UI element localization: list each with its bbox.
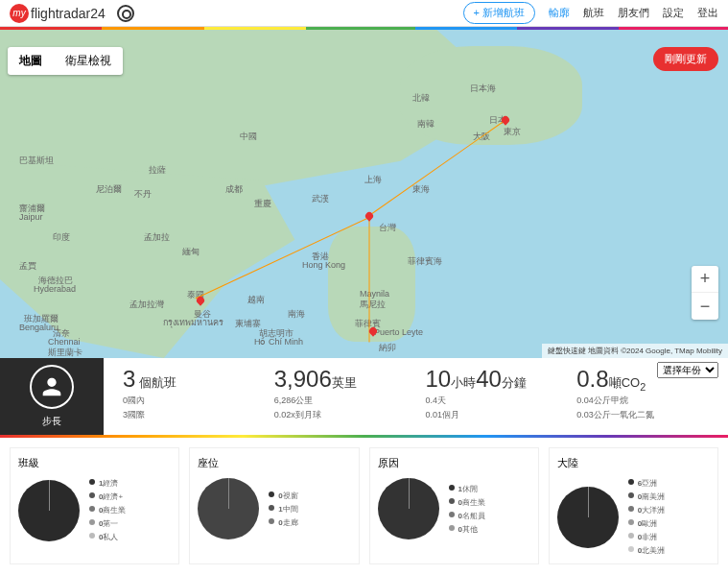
- legend-item: 0視窗: [269, 491, 297, 501]
- donut-title: 大陸: [557, 456, 710, 470]
- nav-friends[interactable]: 朋友們: [618, 6, 649, 20]
- legend-item: 1經濟: [89, 478, 126, 489]
- legend-item: 0歐洲: [628, 518, 665, 529]
- map-label: กรุงเทพมหานคร: [163, 316, 223, 329]
- legend-item: 0商生業: [89, 505, 126, 515]
- stats-content: 選擇年份 3 個航班 0國內 3國際 3,906英里 6,286公里 0.02x…: [104, 358, 728, 435]
- stat-flights: 3 個航班 0國內 3國際: [113, 366, 265, 427]
- donut-legend: 0視窗1中間0走廊: [269, 491, 297, 528]
- map-label: Hyderabad: [34, 284, 76, 294]
- donut-card: 座位 0視窗1中間0走廊: [189, 447, 359, 564]
- donut-chart: [18, 480, 80, 541]
- nav-logout[interactable]: 登出: [697, 6, 718, 20]
- user-icon: [38, 373, 65, 400]
- route-line: [369, 218, 370, 343]
- donut-legend: 1經濟0經濟+0商生業0第一0私人: [89, 478, 126, 542]
- map-type-map[interactable]: 地圖: [8, 47, 54, 75]
- map-type-toggle: 地圖 衛星檢視: [8, 47, 123, 75]
- map-label: 孟加拉: [144, 231, 170, 244]
- donut-chart: [378, 478, 439, 539]
- map-label: 馬尼拉: [360, 299, 386, 311]
- map-label: 菲律賓海: [408, 255, 442, 268]
- map-label: 重慶: [254, 198, 271, 210]
- map-label: 不丹: [134, 188, 152, 201]
- legend-item: 0名船員: [449, 511, 485, 521]
- nav-settings[interactable]: 設定: [663, 6, 684, 20]
- donut-legend: 1休閒0商生業0名船員0其他: [449, 484, 485, 535]
- stat-time: 10小時40分鐘 0.4天 0.01個月: [416, 366, 568, 427]
- map-label: 北韓: [412, 92, 430, 105]
- top-header: my flightradar24 + 新增航班 輸廓 航班 朋友們 設定 登出: [0, 0, 728, 27]
- donut-legend: 6亞洲0南美洲0大洋洲0歐洲0非洲0北美洲: [628, 478, 665, 556]
- map-label: Hồ Chí Minh: [254, 337, 303, 347]
- map-label: 印度: [53, 231, 70, 244]
- nav-overview[interactable]: 輸廓: [549, 6, 570, 20]
- legend-item: 0第一: [89, 518, 126, 529]
- legend-item: 0北美洲: [628, 545, 665, 556]
- map-label: 日本海: [470, 83, 496, 95]
- legend-item: 0大洋洲: [628, 505, 665, 515]
- avatar-name: 步長: [42, 415, 61, 428]
- map-label: 成都: [225, 183, 243, 196]
- map-label: 巴基斯坦: [19, 155, 54, 167]
- avatar[interactable]: [30, 365, 74, 409]
- map[interactable]: 巴基斯坦尼泊爾齋浦爾Jaipur印度不丹緬甸孟加拉中國北韓南韓日本日本海大阪東京…: [0, 30, 728, 358]
- stat-distance: 3,906英里 6,286公里 0.02x到月球: [265, 366, 416, 427]
- map-label: 武漢: [312, 193, 329, 205]
- zoom-in-button[interactable]: +: [692, 266, 718, 293]
- logo-icon: my: [10, 4, 29, 23]
- map-label: 中國: [240, 131, 257, 143]
- map-label: 斯里蘭卡: [48, 347, 82, 358]
- legend-item: 0非洲: [628, 532, 665, 542]
- map-label: 台灣: [379, 222, 396, 234]
- legend-item: 6亞洲: [628, 478, 665, 489]
- donut-card: 班級 1經濟0經濟+0商生業0第一0私人: [10, 447, 179, 564]
- map-label: 拉薩: [149, 164, 166, 177]
- donut-title: 班級: [18, 456, 171, 470]
- map-label: Chennai: [48, 337, 81, 347]
- map-label: 孟加拉灣: [129, 299, 164, 311]
- map-label: 南海: [288, 308, 305, 321]
- map-label: Hong Kong: [302, 260, 345, 270]
- donut-chart: [557, 487, 619, 548]
- just-updated-badge: 剛剛更新: [653, 47, 718, 71]
- legend-item: 0私人: [89, 532, 126, 542]
- map-label: 孟買: [19, 260, 36, 273]
- map-label: 上海: [364, 174, 382, 186]
- logo-text: flightradar24: [31, 6, 106, 21]
- map-label: 納卯: [379, 342, 396, 354]
- add-flight-button[interactable]: + 新增航班: [463, 2, 535, 24]
- stats-bar: 步長 選擇年份 3 個航班 0國內 3國際 3,906英里 6,286公里 0.…: [0, 358, 728, 435]
- donut-card: 原因 1休閒0商生業0名船員0其他: [369, 447, 539, 564]
- map-label: Jaipur: [19, 212, 43, 222]
- top-nav: + 新增航班 輸廓 航班 朋友們 設定 登出: [463, 2, 718, 24]
- map-label: 緬甸: [182, 246, 200, 258]
- map-attribution: 鍵盤快速鍵 地圖資料 ©2024 Google, TMap Mobility: [542, 344, 728, 358]
- legend-item: 0商生業: [449, 497, 485, 508]
- zoom-controls: + −: [692, 266, 718, 320]
- zoom-out-button[interactable]: −: [692, 293, 718, 320]
- map-label: 南韓: [417, 118, 434, 131]
- legend-item: 1休閒: [449, 484, 485, 494]
- year-select[interactable]: 選擇年份: [657, 362, 718, 378]
- map-label: 東京: [504, 126, 521, 138]
- map-label: 柬埔寨: [235, 318, 261, 330]
- map-type-satellite[interactable]: 衛星檢視: [54, 47, 123, 75]
- nav-flights[interactable]: 航班: [583, 6, 604, 20]
- map-label: 尼泊爾: [96, 183, 122, 196]
- legend-item: 0南美洲: [628, 491, 665, 502]
- refresh-icon[interactable]: [117, 5, 134, 22]
- legend-item: 0走廊: [269, 517, 297, 528]
- map-label: 東海: [412, 183, 430, 196]
- legend-item: 1中間: [269, 504, 297, 515]
- map-label: 越南: [247, 294, 265, 306]
- legend-item: 0經濟+: [89, 491, 126, 502]
- donut-card: 大陸 6亞洲0南美洲0大洋洲0歐洲0非洲0北美洲: [549, 447, 718, 564]
- map-label: Maynila: [360, 289, 389, 299]
- donut-chart: [198, 478, 259, 539]
- donuts-section: 班級 1經濟0經濟+0商生業0第一0私人 座位 0視窗1中間0走廊 原因 1休閒…: [0, 438, 728, 574]
- donut-title: 座位: [198, 456, 350, 470]
- map-labels: 巴基斯坦尼泊爾齋浦爾Jaipur印度不丹緬甸孟加拉中國北韓南韓日本日本海大阪東京…: [0, 30, 728, 358]
- avatar-panel: 步長: [0, 358, 104, 435]
- logo[interactable]: my flightradar24: [10, 4, 106, 23]
